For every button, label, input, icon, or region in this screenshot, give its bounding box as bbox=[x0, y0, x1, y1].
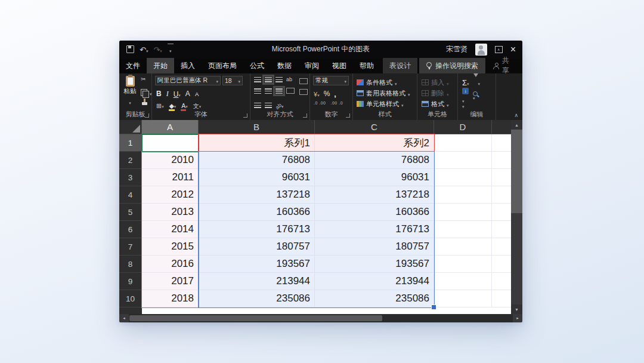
increase-decimal-icon[interactable]: .0 .00 bbox=[314, 101, 326, 105]
phonetic-guide-button[interactable]: 文 bbox=[193, 100, 202, 110]
shrink-font-button[interactable]: A bbox=[195, 91, 199, 97]
cell-d8[interactable] bbox=[434, 256, 492, 273]
orientation-icon[interactable]: ab bbox=[286, 77, 292, 82]
cell-b10[interactable]: 235086 bbox=[199, 290, 315, 307]
number-format-combo[interactable]: 常规 bbox=[313, 76, 349, 85]
row-header-2[interactable]: 2 bbox=[119, 152, 142, 169]
comma-style-button[interactable]: , bbox=[334, 90, 336, 99]
tab-view[interactable]: 视图 bbox=[326, 58, 353, 73]
horizontal-scrollbar[interactable] bbox=[119, 314, 522, 322]
row-header-4[interactable]: 4 bbox=[119, 186, 142, 204]
number-dialog-launcher-icon[interactable] bbox=[346, 113, 350, 118]
cell-a3[interactable]: 2011 bbox=[142, 169, 199, 186]
decrease-indent-icon[interactable] bbox=[254, 103, 261, 108]
cell-b2[interactable]: 76808 bbox=[199, 152, 315, 169]
align-right-icon[interactable] bbox=[275, 88, 283, 94]
cell-d5[interactable] bbox=[434, 204, 492, 221]
share-button[interactable]: 共享 bbox=[485, 58, 522, 73]
italic-button[interactable]: I bbox=[166, 90, 169, 99]
phonetic-dropdown-icon[interactable] bbox=[199, 100, 202, 110]
scroll-down-icon[interactable] bbox=[511, 304, 522, 314]
merge-across-icon[interactable] bbox=[299, 89, 308, 95]
scroll-up-icon[interactable] bbox=[511, 120, 522, 130]
cell-d3[interactable] bbox=[434, 169, 492, 186]
cell-b8[interactable]: 193567 bbox=[199, 256, 315, 273]
percent-style-button[interactable]: % bbox=[324, 90, 330, 98]
range-fill-handle[interactable] bbox=[431, 304, 436, 310]
format-painter-button[interactable] bbox=[141, 99, 148, 106]
horizontal-scrollbar-thumb[interactable] bbox=[129, 315, 382, 321]
font-size-combo[interactable]: 18 bbox=[222, 76, 243, 85]
alignment-dialog-launcher-icon[interactable] bbox=[303, 113, 307, 118]
fill-color-button[interactable]: ◆ bbox=[169, 100, 177, 111]
undo-dropdown-icon[interactable] bbox=[146, 44, 148, 55]
cell-a8[interactable]: 2016 bbox=[142, 256, 199, 273]
row-header-9[interactable]: 9 bbox=[119, 273, 142, 290]
cell-d9[interactable] bbox=[434, 273, 492, 290]
cell-b4[interactable]: 137218 bbox=[199, 186, 315, 204]
user-avatar[interactable] bbox=[475, 44, 487, 56]
cell-a6[interactable]: 2014 bbox=[142, 221, 199, 238]
collapse-ribbon-icon[interactable] bbox=[514, 112, 518, 118]
tell-me-search[interactable]: 操作说明搜索 bbox=[419, 58, 485, 73]
row-header-3[interactable]: 3 bbox=[119, 169, 142, 186]
cell-c9[interactable]: 213944 bbox=[315, 273, 434, 290]
redo-button[interactable]: ↷ bbox=[153, 44, 162, 55]
align-center-icon[interactable] bbox=[265, 88, 272, 94]
row-header-8[interactable]: 8 bbox=[119, 256, 142, 273]
align-left-icon[interactable] bbox=[254, 88, 261, 94]
cell-a4[interactable]: 2012 bbox=[142, 186, 199, 204]
cell-c7[interactable]: 180757 bbox=[315, 238, 434, 256]
select-all-corner[interactable] bbox=[119, 120, 142, 134]
underline-dropdown-icon[interactable] bbox=[178, 88, 181, 99]
save-icon[interactable] bbox=[126, 45, 134, 53]
cell-d7[interactable] bbox=[434, 238, 492, 256]
copy-button[interactable] bbox=[141, 87, 152, 98]
close-icon[interactable]: × bbox=[510, 45, 516, 54]
restore-window-icon[interactable]: ∧ bbox=[495, 46, 503, 53]
cell-c10[interactable]: 235086 bbox=[315, 290, 434, 307]
scroll-right-icon[interactable] bbox=[513, 314, 522, 322]
tab-review[interactable]: 审阅 bbox=[298, 58, 326, 73]
row-header-10[interactable]: 10 bbox=[119, 290, 142, 307]
currency-dropdown-icon[interactable] bbox=[317, 88, 320, 99]
tab-home[interactable]: 开始 bbox=[147, 58, 174, 73]
tab-page-layout[interactable]: 页面布局 bbox=[202, 58, 243, 73]
increase-indent-icon[interactable] bbox=[265, 103, 272, 108]
cell-d2[interactable] bbox=[434, 152, 492, 169]
cell-c8[interactable]: 193567 bbox=[315, 256, 434, 273]
cell-b1[interactable]: 系列1 bbox=[199, 134, 315, 152]
row-header-1[interactable]: 1 bbox=[119, 134, 142, 152]
row-header-5[interactable]: 5 bbox=[119, 204, 142, 221]
cell-d1[interactable] bbox=[434, 134, 492, 152]
tab-file[interactable]: 文件 bbox=[119, 58, 147, 73]
format-as-table-button[interactable]: 套用表格格式 bbox=[357, 88, 410, 99]
sort-filter-button[interactable] bbox=[473, 77, 481, 88]
cell-b5[interactable]: 160366 bbox=[199, 204, 315, 221]
cell-a5[interactable]: 2013 bbox=[142, 204, 199, 221]
clipboard-dialog-launcher-icon[interactable] bbox=[145, 113, 149, 118]
cut-button[interactable]: ✂ bbox=[141, 76, 145, 82]
cell-c3[interactable]: 96031 bbox=[315, 169, 434, 186]
font-name-combo[interactable]: 阿里巴巴普惠体 R bbox=[155, 76, 221, 85]
cell-b3[interactable]: 96031 bbox=[199, 169, 315, 186]
row-header-7[interactable]: 7 bbox=[119, 238, 142, 256]
cell-b9[interactable]: 213944 bbox=[199, 273, 315, 290]
column-header-b[interactable]: B bbox=[199, 120, 315, 134]
tab-help[interactable]: 帮助 bbox=[353, 58, 380, 73]
decrease-decimal-icon[interactable]: .00 .0 bbox=[331, 101, 343, 105]
paste-button[interactable]: 粘贴 bbox=[122, 76, 138, 107]
vertical-scrollbar-thumb[interactable] bbox=[511, 130, 522, 213]
cell-a10[interactable]: 2018 bbox=[142, 290, 199, 307]
cell-a9[interactable]: 2017 bbox=[142, 273, 199, 290]
cell-a1-selected[interactable] bbox=[142, 134, 199, 152]
font-dialog-launcher-icon[interactable] bbox=[243, 113, 247, 118]
borders-dropdown-icon[interactable] bbox=[162, 100, 164, 110]
align-bottom-icon[interactable] bbox=[275, 77, 283, 82]
cell-c6[interactable]: 176713 bbox=[315, 221, 434, 238]
autosum-dropdown-icon[interactable] bbox=[467, 77, 469, 88]
cell-styles-button[interactable]: 单元格样式 bbox=[357, 99, 404, 109]
cell-b6[interactable]: 176713 bbox=[199, 221, 315, 238]
cell-c4[interactable]: 137218 bbox=[315, 186, 434, 204]
row-header-6[interactable]: 6 bbox=[119, 221, 142, 238]
